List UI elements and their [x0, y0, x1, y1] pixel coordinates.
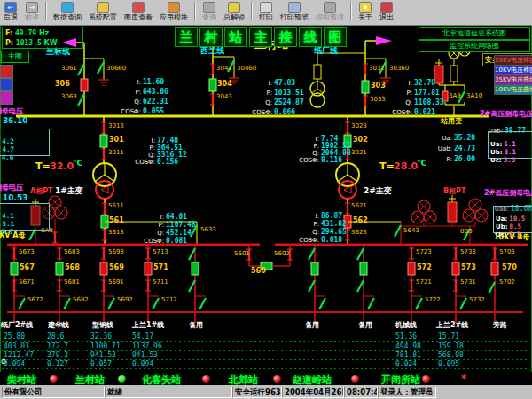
breaker-568[interactable]	[56, 262, 63, 275]
measurement-label: P:	[431, 156, 452, 163]
measurement-block: I:32.70P:177.81Q:1108.33COSΦ:0.021	[387, 72, 444, 111]
toolbar-button[interactable]: 图库查看	[121, 0, 156, 27]
diagram-label: 1212.47	[4, 352, 34, 359]
diagram-label: 3011	[108, 150, 124, 156]
phase-voltage-value: 4.6	[0, 153, 13, 161]
diagram-label: T=	[35, 161, 51, 171]
toolbar-button-label: 关于	[358, 13, 372, 22]
diagram-label: 403.03	[4, 343, 29, 350]
alarm-star: *	[461, 372, 466, 385]
diagram-label: °C	[73, 160, 82, 168]
scada-window: ←后退→前进数据查询系统配置图库查看应用模块查询总解锁打印打印预览模拟预演★关于…	[0, 0, 532, 399]
diagram-label: 5721	[416, 279, 432, 286]
diagram-label: 562	[353, 217, 368, 224]
network-diagram-button[interactable]: 监控系统网络图	[419, 40, 530, 52]
print-icon	[260, 2, 272, 13]
diagram-label: 5733	[460, 249, 476, 255]
toolbar-button[interactable]: ←后退	[0, 0, 21, 27]
breaker-572[interactable]	[408, 262, 415, 275]
toolbar-button-label: 系统配置	[89, 13, 117, 22]
phase-voltage-value: 5.7	[0, 228, 13, 236]
toolbar-button[interactable]: 系统配置	[85, 0, 121, 27]
diagram-label: 5713	[153, 249, 168, 255]
toolbar-button-label: 模拟预演	[316, 13, 344, 22]
title-char: 村	[200, 27, 223, 47]
side-shortcut-button[interactable]	[0, 91, 13, 105]
diagram-label: 5611	[108, 203, 124, 209]
diagram-label: 5732	[469, 297, 485, 303]
diagram-label: 机械线	[395, 322, 417, 329]
toolbar-button-label: 打印	[259, 13, 273, 22]
date-panel: 2004年04月26日	[282, 387, 344, 398]
diagram-label: 561	[109, 217, 124, 224]
geo-map-button[interactable]: 北京地理信息系统图	[419, 27, 530, 40]
side-shortcut-button[interactable]	[0, 78, 13, 91]
diagram-label: 567	[20, 264, 35, 271]
diagram-label: 5682	[73, 297, 89, 303]
measurement-block: I:77.40P:364.51Q:3316.12COSΦ:0.156	[130, 129, 187, 158]
measurement-value: 0.021	[412, 108, 435, 116]
diagram-label: 3A10	[466, 93, 482, 99]
breaker-spare[interactable]	[311, 262, 318, 275]
diagram-label: 0.095	[438, 361, 459, 368]
breaker-spare[interactable]	[360, 262, 367, 275]
voltage-chart-button[interactable]: 10KV电压曲线	[494, 84, 532, 95]
bus-voltage-box: Ua:10.5Ub:8.5Uc:7.3	[493, 206, 532, 233]
diagram-label: 8B9	[460, 229, 473, 235]
diagram-label: 5633	[200, 227, 216, 233]
diagram-label: 1137.96	[132, 343, 162, 350]
toolbar-button[interactable]: 总解锁	[220, 0, 248, 27]
measurement-value: 26.00	[452, 155, 475, 163]
breaker-570[interactable]	[491, 262, 498, 275]
diagram-label: 3013	[108, 123, 124, 129]
forward-arrow-icon: →	[26, 2, 38, 13]
toolbar-button[interactable]: 数据查询	[50, 0, 85, 27]
toolbar-separator	[45, 2, 47, 21]
breaker-569[interactable]	[100, 262, 107, 275]
breaker-571[interactable]	[145, 262, 152, 275]
diagram-label: 5692	[117, 297, 133, 303]
toolbar-button-label: 图库查看	[124, 13, 153, 22]
breaker-306[interactable]	[81, 79, 88, 91]
toolbar-button-label: 查询	[202, 13, 216, 22]
diagram-label: °C	[417, 160, 426, 168]
diagram-label: 51.36	[395, 333, 417, 340]
measurement-label: COSΦ:	[294, 157, 319, 164]
diagram-label: 560	[251, 268, 266, 275]
diagram-label: 302	[353, 137, 368, 144]
title-char: 站	[224, 27, 247, 47]
breaker-301[interactable]	[100, 135, 107, 147]
breaker-spare[interactable]	[192, 262, 199, 275]
breaker-303[interactable]	[362, 81, 369, 93]
diagram-label: 5731	[460, 279, 476, 286]
diagram-label: 5693	[108, 249, 124, 255]
phase-voltage-label: Uc:	[496, 231, 507, 239]
print-preview-icon	[288, 2, 301, 13]
toolbar-button[interactable]: 打印预览	[277, 0, 312, 27]
breaker-573[interactable]	[452, 262, 459, 275]
toolbar-button[interactable]: 应用模块	[156, 0, 192, 27]
toolbar-button[interactable]: ★关于	[355, 0, 376, 27]
diagram-label: 1#主变	[55, 187, 83, 195]
diagram-label: 5613	[108, 230, 124, 236]
diagram-label: 25.80	[4, 333, 25, 340]
toolbar-separator	[251, 2, 253, 21]
back-arrow-icon: ←	[4, 2, 17, 13]
side-shortcut-button[interactable]	[0, 65, 13, 78]
diagram-label: 5623	[351, 230, 367, 236]
breaker-567[interactable]	[11, 262, 18, 275]
toolbar-button[interactable]: 打印	[255, 0, 277, 27]
measurement-value: 0.055	[141, 107, 164, 115]
diagram-label: 西兰线	[200, 47, 224, 55]
measurement-label: COSΦ:	[130, 159, 155, 166]
diagram-label: 568.98	[438, 352, 464, 359]
diagram-label: 5723	[416, 249, 432, 255]
diagram-label: 3061	[61, 66, 77, 72]
diagram-label: 28.6	[47, 333, 64, 340]
breaker-304[interactable]	[209, 79, 216, 91]
toolbar-button[interactable]: 退出	[376, 0, 397, 27]
diagram-label: 36.10	[3, 117, 27, 125]
database-icon	[61, 2, 74, 13]
toolbar-button-label: 后退	[4, 13, 18, 22]
main-map-button[interactable]: 主图	[1, 51, 29, 63]
